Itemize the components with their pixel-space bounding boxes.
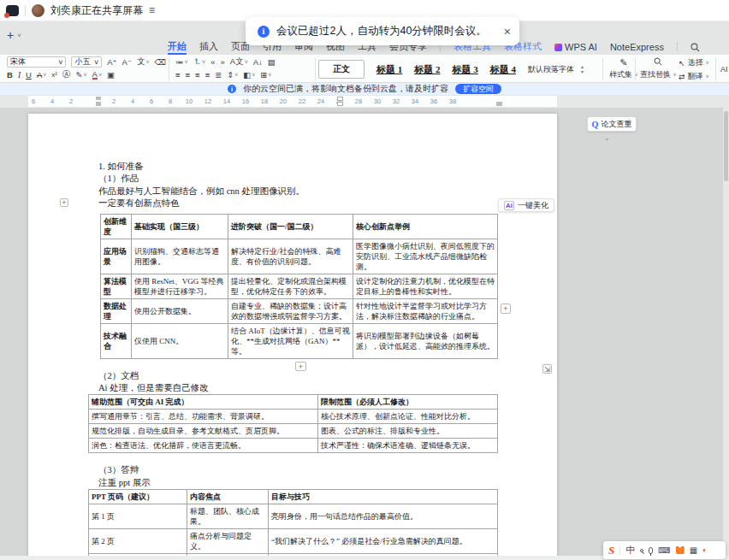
table-cell[interactable]: 第 1 页 [89, 504, 187, 529]
table-header-cell[interactable]: 内容焦点 [187, 490, 269, 504]
table-cell[interactable]: 使用 ResNet、VGG 等经典模型并进行迁移学习。 [132, 274, 228, 298]
table-cell[interactable]: 医学图像微小病灶识别、夜间低照度下的安防识别、工业流水线产品细微缺陷检测。 [353, 239, 498, 274]
table-cell[interactable]: 提出轻量化、定制化或混合架构模型，优化特定任务下的效率。 [228, 274, 353, 298]
pinyin-guide-button[interactable]: Ⓐ [62, 69, 71, 80]
table-cell[interactable]: 结合 AIoT（边缘计算）、信息可视化、**生成对抗网络（GAN）** 等。 [228, 323, 353, 358]
font-size-select[interactable]: 小五˅ [71, 56, 102, 68]
scrollbar-thumb[interactable] [724, 111, 728, 181]
expand-space-button[interactable]: 扩容空间 [455, 84, 501, 94]
table-cell[interactable]: 针对性地设计半监督学习或对比学习方法，解决标注数据稀缺的行业痛点。 [353, 298, 498, 323]
table-cell[interactable]: 核心技术原理、创新点论证、性能对比分析。 [318, 410, 498, 424]
superscript-button[interactable]: x² [51, 71, 57, 79]
table-cell[interactable]: 标题、团队、核心成果。 [187, 504, 269, 529]
text-direction-button[interactable]: A文˅ [230, 56, 248, 68]
table-cell[interactable]: 第 2 页 [89, 529, 187, 554]
table-header-cell[interactable]: 基础实现（国三级） [132, 214, 228, 239]
italic-button[interactable]: I [18, 71, 21, 80]
font-color-button[interactable]: A˅ [92, 70, 102, 80]
bullet-list-button[interactable]: ≔˅ [175, 57, 188, 67]
table-cell[interactable]: 算法模型 [101, 274, 132, 298]
document-content[interactable]: 1. 如何准备 （1）作品 作品最好与人工智能结合，例如 cnn 处理图像识别。… [98, 161, 507, 560]
increase-font-button[interactable]: A⁺ [107, 57, 116, 67]
bold-button[interactable]: B [7, 70, 13, 80]
ime-cursor-icon[interactable] [640, 549, 643, 552]
style-heading-2[interactable]: 标题 2 [414, 63, 440, 76]
decrease-indent-button[interactable]: « [210, 57, 215, 67]
distribute-button[interactable]: ≣ [215, 70, 222, 80]
paragraph[interactable]: 作品最好与人工智能结合，例如 cnn 处理图像识别。 [98, 186, 507, 197]
table-cell[interactable]: 图表、公式的标注、排版和专业性。 [318, 424, 498, 439]
paragraph[interactable]: 一定要有创新点特色 [98, 197, 507, 209]
style-heading-1[interactable]: 标题 1 [376, 63, 402, 76]
microphone-icon[interactable] [649, 547, 653, 554]
table-header-cell[interactable]: 创新维度 [101, 214, 132, 239]
styleset-button[interactable]: ✎ 样式集 ˅ [609, 57, 638, 80]
clear-format-button[interactable]: ⌫ [155, 57, 166, 67]
meeting-app-icon[interactable] [6, 5, 19, 16]
innovation-table[interactable]: 创新维度 基础实现（国三级） 进阶突破（国一/国二级） 核心创新点举例 应用场景… [100, 214, 498, 359]
insert-column-button[interactable]: + [501, 304, 511, 314]
style-heading-4[interactable]: 标题 4 [490, 63, 516, 76]
table-cell[interactable]: 撰写通用章节：引言、总结、功能需求、背景调研。 [89, 410, 318, 424]
translate-button[interactable]: ⇄翻译˅ [679, 71, 709, 82]
new-document-tab-button[interactable]: + ˅ [7, 28, 21, 42]
tab-noteexpress[interactable]: NoteExpress [610, 42, 664, 52]
table-cell[interactable]: 自建专业、稀缺的数据集；设计高效的数据增强或弱监督学习方案。 [228, 298, 353, 323]
keyboard-icon[interactable]: ⌨ [658, 545, 670, 555]
table-cell[interactable]: 规范化排版，自动生成目录、参考文献格式、页眉页脚。 [89, 424, 318, 439]
table-header-cell[interactable]: 进阶突破（国一/国二级） [228, 214, 353, 239]
chevron-down-icon[interactable]: ⌄ [604, 134, 610, 142]
gallery-scroll-buttons[interactable]: ▴▾ [581, 64, 584, 74]
underline-button[interactable]: U [26, 70, 32, 80]
ruler-drag-marker[interactable] [337, 97, 343, 101]
style-heading-3[interactable]: 标题 3 [453, 63, 478, 76]
ai-beautify-button[interactable]: AI 一键美化 [498, 198, 554, 212]
insert-row-button[interactable]: + [295, 362, 306, 371]
style-body[interactable]: 正文 [318, 60, 364, 79]
table-cell[interactable]: 使用公开数据集。 [132, 298, 228, 323]
sort-button[interactable]: A↓ [253, 57, 263, 67]
align-left-button[interactable]: ≡ [175, 70, 181, 80]
ai-layout-button[interactable]: AI 排 [720, 57, 729, 75]
text-effects-button[interactable]: 文˅ [137, 56, 150, 68]
paragraph[interactable]: Ai 处理，但是需要自己修改 [98, 382, 507, 394]
find-replace-button[interactable]: 查找替换 ˅ [640, 57, 677, 80]
table-cell[interactable]: 设计定制化的注意力机制，优化模型在特定目标上的鲁棒性和实时性。 [353, 274, 498, 298]
table-cell[interactable]: 将识别模型部署到边缘设备（如树莓派），设计低延迟、高能效的推理系统。 [353, 323, 498, 358]
table-cell[interactable]: 润色：检查语法、优化措辞，使语言更流畅。 [89, 439, 318, 453]
tab-home[interactable]: 开始 [168, 40, 187, 53]
table-cell[interactable]: “我们解决了什么？” 必须是社会/行业急需解决的真问题。 [269, 529, 498, 554]
style-default-font[interactable]: 默认段落字体 [528, 64, 574, 75]
table-cell[interactable]: 亮明身份，用一句话总结作品的最高价值。 [269, 504, 498, 529]
paragraph[interactable]: 1. 如何准备 [98, 161, 507, 173]
table-header-cell[interactable]: 限制范围（必须人工修改） [318, 395, 498, 410]
hanging-indent-marker[interactable] [96, 102, 101, 106]
align-center-button[interactable]: ≡ [186, 70, 191, 80]
decrease-font-button[interactable]: A⁻ [122, 57, 132, 67]
meeting-menu-icon[interactable]: ≡ [149, 4, 154, 16]
table-cell[interactable]: 解决特定行业/社会的特殊、高难度、有价值的识别问题。 [228, 239, 353, 274]
sogou-logo-icon[interactable]: S [608, 544, 614, 557]
table-cell[interactable]: 仅使用 CNN。 [132, 323, 228, 358]
tab-wps-ai[interactable]: WPS AI [554, 42, 597, 52]
table-move-handle[interactable]: + [60, 198, 68, 207]
toast-close-icon[interactable]: × [504, 25, 511, 38]
table-header-cell[interactable]: 辅助范围（可交由 AI 完成） [89, 395, 318, 410]
tab-insert[interactable]: 插入 [199, 40, 218, 53]
section-title[interactable]: （3）答辩 [98, 464, 507, 476]
document-page[interactable]: 1. 如何准备 （1）作品 作品最好与人工智能结合，例如 cnn 处理图像识别。… [28, 114, 557, 560]
font-name-select[interactable]: 宋体˅ [7, 56, 66, 68]
char-shading-button[interactable]: ▣ [107, 70, 115, 80]
borders-button[interactable]: ⊞˅ [260, 70, 271, 80]
table-cell[interactable]: 技术严谨性：确保术语准确、逻辑链条无误。 [318, 439, 498, 453]
first-line-indent-marker[interactable] [96, 97, 101, 100]
columns-button[interactable]: ▤ [268, 57, 276, 67]
line-spacing-button[interactable]: ⇕˅ [227, 70, 238, 80]
vertical-scrollbar[interactable] [723, 108, 729, 560]
right-indent-marker[interactable] [496, 102, 502, 106]
ime-mode-toggle[interactable]: 中 [625, 544, 635, 557]
table-resize-handle[interactable]: ⇲ [542, 364, 552, 374]
table-cell[interactable]: 数据处理 [101, 298, 132, 323]
table-header-cell[interactable]: 核心创新点举例 [353, 214, 498, 239]
shading-button[interactable]: ◧˅ [243, 70, 255, 80]
